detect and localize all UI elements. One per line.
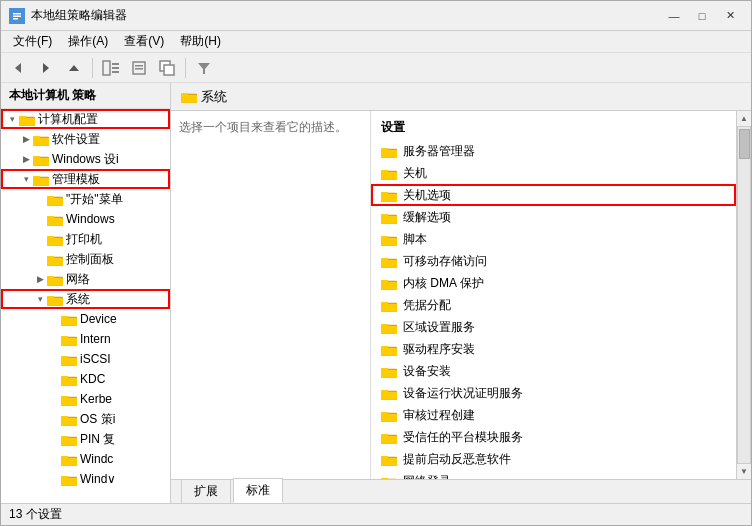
tree-label-system: 系统 — [66, 291, 90, 308]
forward-button[interactable] — [33, 56, 59, 80]
settings-item-device-install[interactable]: 设备安装 — [371, 360, 736, 382]
tree-item-device[interactable]: Device — [1, 309, 170, 329]
svg-rect-100 — [381, 303, 397, 311]
scroll-track[interactable] — [737, 126, 751, 464]
tree-item-system[interactable]: ▾ 系统 — [1, 289, 170, 309]
tab-standard[interactable]: 标准 — [233, 478, 283, 503]
tree-container[interactable]: ▾ 计算机配置 ▶ — [1, 109, 170, 503]
folder-icon-intern — [61, 331, 77, 347]
left-panel-title: 本地计算机 策略 — [9, 88, 96, 102]
show-hide-button[interactable] — [98, 56, 124, 80]
folder-icon-kerberos — [61, 391, 77, 407]
settings-item-trusted-platform[interactable]: 受信任的平台模块服务 — [371, 426, 736, 448]
settings-label-shutdown: 关机 — [403, 165, 427, 182]
new-window-button[interactable] — [154, 56, 180, 80]
tree-item-admin-templates[interactable]: ▾ 管理模板 — [1, 169, 170, 189]
tree-label-computer-config: 计算机配置 — [38, 111, 98, 128]
tree-item-pin[interactable]: PIN 复 — [1, 429, 170, 449]
tree-item-iscsi[interactable]: iSCSI — [1, 349, 170, 369]
settings-item-credentials[interactable]: 凭据分配 — [371, 294, 736, 316]
svg-rect-22 — [33, 137, 49, 145]
svg-rect-46 — [47, 297, 63, 305]
maximize-button[interactable]: □ — [689, 6, 715, 26]
svg-rect-94 — [381, 259, 397, 267]
menu-file[interactable]: 文件(F) — [5, 31, 60, 52]
close-button[interactable]: ✕ — [717, 6, 743, 26]
folder-icon-os — [61, 411, 77, 427]
right-scrollbar[interactable]: ▲ ▼ — [736, 111, 751, 479]
settings-item-audit-process[interactable]: 审核过程创建 — [371, 404, 736, 426]
svg-rect-103 — [381, 325, 397, 333]
settings-item-device-status-cert[interactable]: 设备运行状况证明服务 — [371, 382, 736, 404]
properties-button[interactable] — [126, 56, 152, 80]
tree-item-windows-settings[interactable]: ▶ Windows 设i — [1, 149, 170, 169]
expand-icon-windc — [47, 452, 61, 466]
expand-icon-windy — [47, 472, 61, 486]
settings-item-shutdown-options[interactable]: 关机选项 — [371, 184, 736, 206]
scroll-thumb[interactable] — [739, 129, 750, 159]
tree-item-intern[interactable]: Intern — [1, 329, 170, 349]
settings-item-network-login[interactable]: 网络登录 — [371, 470, 736, 479]
svg-rect-61 — [61, 397, 77, 405]
svg-rect-37 — [47, 237, 63, 245]
left-panel: 本地计算机 策略 ▾ 计算机配置 — [1, 83, 171, 503]
tree-item-windows2[interactable]: Windows — [1, 209, 170, 229]
toolbar — [1, 53, 751, 83]
svg-rect-115 — [381, 413, 397, 421]
breadcrumb-text: 系统 — [201, 88, 227, 106]
minimize-button[interactable]: — — [661, 6, 687, 26]
settings-item-driver-install[interactable]: 驱动程序安装 — [371, 338, 736, 360]
settings-item-region-service[interactable]: 区域设置服务 — [371, 316, 736, 338]
settings-item-workaround[interactable]: 缓解选项 — [371, 206, 736, 228]
settings-item-removable-storage[interactable]: 可移动存储访问 — [371, 250, 736, 272]
tree-label-device: Device — [80, 312, 117, 326]
tree-item-kaishi[interactable]: "开始"菜单 — [1, 189, 170, 209]
menu-view[interactable]: 查看(V) — [116, 31, 172, 52]
scroll-up-arrow[interactable]: ▲ — [737, 111, 752, 126]
tab-extend[interactable]: 扩展 — [181, 479, 231, 503]
settings-label-device-install: 设备安装 — [403, 363, 451, 380]
menu-help[interactable]: 帮助(H) — [172, 31, 229, 52]
tree-item-windc[interactable]: Windc — [1, 449, 170, 469]
folder-icon-computer-config — [19, 111, 35, 127]
settings-item-script[interactable]: 脚本 — [371, 228, 736, 250]
settings-item-early-launch[interactable]: 提前启动反恶意软件 — [371, 448, 736, 470]
svg-rect-91 — [381, 237, 397, 245]
settings-item-dma-protect[interactable]: 内核 DMA 保护 — [371, 272, 736, 294]
svg-rect-25 — [33, 157, 49, 165]
svg-rect-15 — [164, 65, 174, 75]
svg-rect-112 — [381, 391, 397, 399]
tree-item-control-panel[interactable]: 控制面板 — [1, 249, 170, 269]
tree-item-kerberos[interactable]: Kerbe — [1, 389, 170, 409]
tree-item-printer[interactable]: 打印机 — [1, 229, 170, 249]
settings-label-audit-process: 审核过程创建 — [403, 407, 475, 424]
expand-icon-network: ▶ — [33, 272, 47, 286]
folder-icon-removable-storage — [381, 255, 397, 268]
back-button[interactable] — [5, 56, 31, 80]
main-area: 本地计算机 策略 ▾ 计算机配置 — [1, 83, 751, 503]
scroll-down-arrow[interactable]: ▼ — [737, 464, 752, 479]
settings-label-early-launch: 提前启动反恶意软件 — [403, 451, 511, 468]
filter-button[interactable] — [191, 56, 217, 80]
tree-item-software-settings[interactable]: ▶ 软件设置 — [1, 129, 170, 149]
tree-item-computer-config[interactable]: ▾ 计算机配置 — [1, 109, 170, 129]
up-button[interactable] — [61, 56, 87, 80]
svg-marker-4 — [15, 63, 21, 73]
toolbar-separator-2 — [185, 58, 186, 78]
right-panel: 系统 选择一个项目来查看它的描述。 设置 — [171, 83, 751, 503]
folder-icon-trusted-platform — [381, 431, 397, 444]
tree-label-pin: PIN 复 — [80, 431, 115, 448]
settings-header: 设置 — [371, 115, 736, 140]
settings-pane[interactable]: 设置 服务器管理器 — [371, 111, 736, 479]
tree-item-os[interactable]: OS 策i — [1, 409, 170, 429]
tree-item-windy[interactable]: Wind∨ — [1, 469, 170, 489]
settings-item-shutdown[interactable]: 关机 — [371, 162, 736, 184]
settings-item-service-manager[interactable]: 服务器管理器 — [371, 140, 736, 162]
svg-rect-13 — [135, 68, 143, 70]
tree-label-iscsi: iSCSI — [80, 352, 111, 366]
menu-action[interactable]: 操作(A) — [60, 31, 116, 52]
tree-item-network[interactable]: ▶ 网络 — [1, 269, 170, 289]
svg-rect-52 — [61, 337, 77, 345]
tree-label-kerberos: Kerbe — [80, 392, 112, 406]
tree-item-kdc[interactable]: KDC — [1, 369, 170, 389]
